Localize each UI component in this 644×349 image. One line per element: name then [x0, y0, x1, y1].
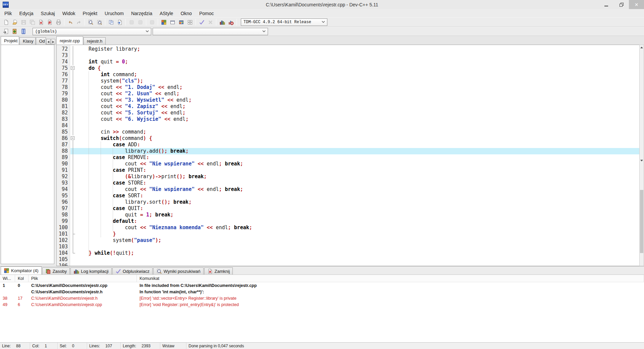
- print-button[interactable]: [54, 18, 63, 26]
- members-select[interactable]: [153, 28, 268, 35]
- code-line-99[interactable]: default:: [76, 218, 639, 225]
- add-bookmark-button[interactable]: [10, 28, 19, 36]
- profile-analysis-button[interactable]: [218, 18, 226, 26]
- compiler-message-row[interactable]: C:\Users\Kamil\Documents\rejestr.hIn fun…: [0, 289, 644, 295]
- code-editor[interactable]: 7273747576777879808182838485868788899091…: [56, 45, 639, 266]
- code-line-82[interactable]: cout << "5. Sortuj" << endl;: [76, 110, 639, 116]
- code-line-101[interactable]: }: [76, 231, 639, 237]
- code-line-86[interactable]: switch(command) {: [76, 135, 639, 142]
- replace-button[interactable]: [107, 18, 115, 26]
- menu-item-szukaj[interactable]: Szukaj: [37, 9, 59, 17]
- scroll-down-button[interactable]: [640, 50, 644, 54]
- code-line-102[interactable]: system("pause");: [76, 237, 639, 244]
- restore-button[interactable]: [614, 0, 629, 9]
- column-header-komunikat[interactable]: Komunikat: [137, 275, 644, 282]
- find-button[interactable]: [86, 18, 95, 26]
- code-fold-margin[interactable]: [70, 45, 76, 266]
- compiler-message-row[interactable]: 496C:\Users\Kamil\Documents\rejestr.cpp[…: [0, 301, 644, 308]
- new-project-button[interactable]: [159, 18, 168, 26]
- code-line-94[interactable]: cout << "Nie wspierane" << endl; break;: [76, 186, 639, 193]
- menu-item-widok[interactable]: Widok: [59, 9, 79, 17]
- code-line-75[interactable]: do {: [76, 65, 639, 71]
- code-line-104[interactable]: } while(!quit);: [76, 250, 639, 256]
- menu-item-astyle[interactable]: AStyle: [156, 9, 177, 17]
- menu-item-uruchom[interactable]: Uruchom: [101, 9, 127, 17]
- bottom-tab-kompilator-4-[interactable]: Kompilator (4): [1, 266, 42, 275]
- bottom-tab-wyniki-poszukiwań[interactable]: Wyniki poszukiwań: [153, 267, 204, 275]
- open-file-button[interactable]: [10, 18, 19, 26]
- compiler-message-row[interactable]: 3817C:\Users\Kamil\Documents\rejestr.h[E…: [0, 295, 644, 301]
- code-text-area[interactable]: Register library; int quit = 0; do { int…: [76, 45, 639, 266]
- column-header-plik[interactable]: Plik: [29, 275, 137, 282]
- code-line-83[interactable]: cout << "6. Wyjscie" << endl;: [76, 116, 639, 122]
- scroll-up-button[interactable]: [640, 45, 644, 50]
- code-line-93[interactable]: case STORE:: [76, 180, 639, 186]
- class-browser-toggle-button[interactable]: [19, 28, 28, 36]
- bottom-tab-log-kompilacji[interactable]: Log kompilacji: [70, 267, 111, 275]
- column-header-wi[interactable]: Wi...: [0, 275, 15, 282]
- scrollbar-thumb[interactable]: [640, 190, 643, 253]
- code-line-78[interactable]: cout << "1. Dodaj" << endl;: [76, 84, 639, 91]
- menu-item-pomoc[interactable]: Pomoc: [196, 9, 218, 17]
- fold-collapse-icon[interactable]: [71, 136, 74, 140]
- code-line-98[interactable]: quit = 1; break;: [76, 212, 639, 218]
- code-line-92[interactable]: (&library)->print(); break;: [76, 173, 639, 180]
- code-line-95[interactable]: case SORT:: [76, 193, 639, 199]
- minimize-button[interactable]: [599, 0, 614, 9]
- compiler-message-row[interactable]: 10C:\Users\Kamil\Documents\rejestr.cppIn…: [0, 282, 644, 289]
- code-line-84[interactable]: [76, 122, 639, 129]
- code-line-74[interactable]: int quit = 0;: [76, 59, 639, 65]
- code-line-76[interactable]: int command;: [76, 71, 639, 78]
- code-line-89[interactable]: case REMOVE:: [76, 154, 639, 161]
- delete-profiling-button[interactable]: [226, 18, 235, 26]
- code-line-106[interactable]: [76, 263, 639, 266]
- editor-tab-rejestr-h[interactable]: rejestr.h: [84, 37, 106, 45]
- undo-button[interactable]: [66, 18, 74, 26]
- code-line-87[interactable]: case ADD:: [76, 142, 639, 148]
- code-line-96[interactable]: library.sort(); break;: [76, 199, 639, 205]
- editor-tab-rejestr-cpp[interactable]: rejestr.cpp: [56, 36, 83, 45]
- code-line-77[interactable]: system("cls");: [76, 78, 639, 84]
- syntax-check-button[interactable]: [197, 18, 206, 26]
- find-in-files-button[interactable]: [95, 18, 104, 26]
- fold-collapse-icon[interactable]: [71, 66, 74, 70]
- close-button[interactable]: ✕: [629, 0, 644, 9]
- code-line-91[interactable]: case PRINT:: [76, 167, 639, 173]
- code-line-80[interactable]: cout << "3. Wyswietl" << endl;: [76, 97, 639, 103]
- globals-select[interactable]: (globals): [33, 28, 151, 35]
- menu-item-plik[interactable]: Plik: [1, 9, 16, 17]
- menu-item-narzędzia[interactable]: Narzędzia: [127, 9, 156, 17]
- new-file-button[interactable]: [2, 18, 10, 26]
- menu-item-okno[interactable]: Okno: [177, 9, 195, 17]
- project-close-button[interactable]: [185, 18, 194, 26]
- close-file-button[interactable]: [37, 18, 45, 26]
- code-line-103[interactable]: [76, 244, 639, 250]
- tab-scroll-left-button[interactable]: [46, 39, 51, 45]
- code-line-73[interactable]: [76, 52, 639, 59]
- column-header-kol[interactable]: Kol: [15, 275, 29, 282]
- sidebar-tab-projekt[interactable]: Projekt: [1, 36, 19, 45]
- close-all-button[interactable]: [45, 18, 54, 26]
- menu-item-projekt[interactable]: Projekt: [79, 9, 101, 17]
- bottom-tab-odpluskwiacz[interactable]: Odpluskwiacz: [112, 267, 153, 275]
- bottom-tab-zamknij[interactable]: Zamknij: [204, 267, 233, 275]
- code-line-79[interactable]: cout << "2. Usun" << endl;: [76, 91, 639, 97]
- goto-line-button[interactable]: [115, 18, 124, 26]
- code-line-72[interactable]: Register library;: [76, 46, 639, 52]
- sidebar-tab-klasy[interactable]: Klasy: [19, 37, 36, 45]
- project-options-button[interactable]: [177, 18, 185, 26]
- code-line-97[interactable]: case QUIT:: [76, 205, 639, 212]
- menu-item-edycja[interactable]: Edycja: [16, 9, 37, 17]
- code-line-88[interactable]: library.add(); break;: [76, 148, 639, 154]
- project-window-button[interactable]: [168, 18, 177, 26]
- code-line-81[interactable]: cout << "4. Zapisz" << endl;: [76, 103, 639, 110]
- code-line-100[interactable]: cout << "Nieznana komenda" << endl; brea…: [76, 225, 639, 231]
- code-line-105[interactable]: [76, 256, 639, 263]
- vertical-scrollbar[interactable]: [639, 45, 644, 266]
- tab-scroll-right-button[interactable]: [51, 39, 55, 45]
- code-line-90[interactable]: cout << "Nie wspierane" << endl; break;: [76, 161, 639, 167]
- bottom-tab-zasoby[interactable]: Zasoby: [42, 267, 70, 275]
- code-line-85[interactable]: cin >> command;: [76, 129, 639, 135]
- compiler-select[interactable]: TDM-GCC 4.9.2 64-bit Release: [241, 18, 327, 26]
- sidebar-tab-od[interactable]: Od: [36, 37, 46, 45]
